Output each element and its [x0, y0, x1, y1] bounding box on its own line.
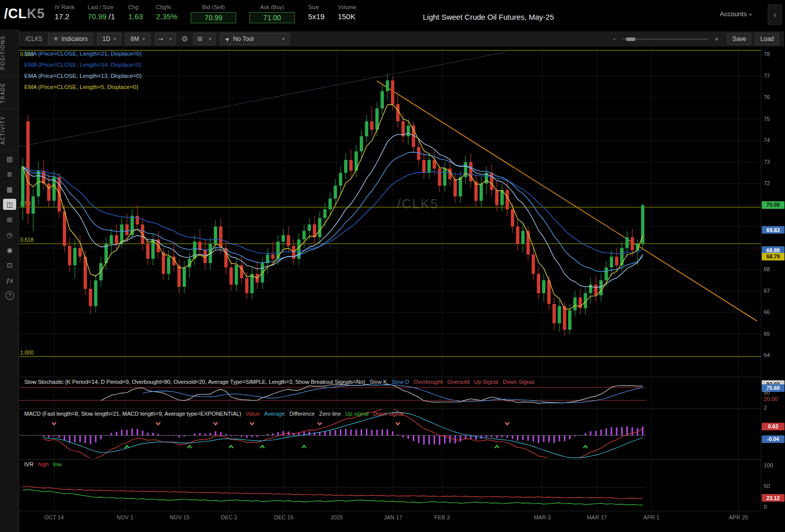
chevron-down-icon: ▾ — [749, 12, 752, 17]
fx-icon[interactable]: ƒx — [0, 273, 19, 288]
ema-label-13[interactable]: EMA (Price=CLOSE, Length=13, Displace=0) — [24, 73, 142, 79]
left-sidebar: POSITIONSTRADEACTIVITY ▤≣▦◫⊞◷◉⊡ƒx? — [0, 29, 19, 532]
time-tick: MAR 17 — [577, 514, 617, 520]
zoom-slider[interactable] — [622, 38, 708, 40]
calendar-icon[interactable]: ▦ — [0, 182, 19, 197]
price-tick: 72 — [764, 180, 770, 186]
clock-icon[interactable]: ◷ — [0, 227, 19, 242]
sidebar-tab-activity[interactable]: ACTIVITY — [0, 110, 19, 151]
chevron-down-icon: ▾ — [282, 36, 285, 41]
instrument-name: Light Sweet Crude Oil Futures, May-25 — [423, 13, 554, 21]
panel-axis-label: 0.62 — [762, 423, 784, 430]
legend-item: low — [53, 461, 62, 467]
legend-item: Slow K — [370, 379, 387, 385]
save-button[interactable]: Save — [727, 33, 751, 45]
ivr-label[interactable]: IVRhighlow — [24, 461, 66, 467]
time-tick: APR 1 — [631, 514, 672, 520]
legend-item: Zero line — [319, 411, 341, 417]
legend-item: IVR — [24, 461, 33, 467]
price-tick: 78 — [764, 51, 770, 57]
time-tick: OCT 14 — [34, 514, 74, 520]
price-badge: 69.83 — [762, 226, 784, 234]
legend-item: Average — [264, 411, 285, 417]
panel-axis-label: 20.00 — [764, 396, 778, 402]
chevron-down-icon: ▾ — [114, 36, 116, 41]
legend-item: Slow D — [391, 379, 409, 385]
sidebar-tab-trade[interactable]: TRADE — [0, 76, 19, 110]
macd-panel[interactable]: MACD (Fast length=8, Slow length=21, MAC… — [19, 409, 761, 458]
price-tick: 73 — [764, 159, 770, 165]
accounts-menu[interactable]: Accounts▾ — [720, 10, 752, 18]
cursor-icon: ➤ — [224, 35, 231, 43]
collapse-panel-button[interactable]: ‹ — [768, 5, 782, 25]
price-tick: 74 — [764, 137, 770, 143]
trading-platform-window: /CLK5 IV Rank17.2Last / Size70.99 /1Chg1… — [0, 0, 785, 532]
symbol-title: /CLK5 — [4, 6, 45, 22]
range-dropdown[interactable]: 6M▾ — [125, 33, 150, 45]
legend-item: Overbought — [414, 379, 443, 385]
chevron-down-icon: ▾ — [169, 36, 172, 41]
panel-axis-label: 100 — [764, 462, 773, 468]
price-badge: 70.99 — [762, 201, 784, 209]
legend-item: Down Signal — [503, 379, 534, 385]
quote-field-last-size: Last / Size70.99 /1 — [88, 4, 115, 21]
quote-field-chg-: Chg%2.35% — [156, 4, 178, 21]
drawing-tool-dropdown[interactable]: ➤No Tool▾ — [220, 33, 290, 45]
chart-toolbar: /CLK5 ✳Indicators 1D▾ 6M▾ ▫▪▾ ⚙ ⊞▾ ➤No T… — [19, 31, 784, 47]
indicators-button[interactable]: ✳Indicators — [48, 33, 93, 45]
gear-icon[interactable]: ⚙ — [182, 34, 188, 43]
legend-item: Difference — [289, 411, 315, 417]
fib-level-label: 1.000 — [20, 349, 33, 356]
ema-label-5[interactable]: EMA (Price=CLOSE, Length=5, Displace=0) — [24, 84, 138, 90]
time-tick: MAR 3 — [522, 514, 562, 520]
notes-icon[interactable]: ▤ — [0, 151, 19, 166]
price-axis[interactable]: 78777675747372686766656470.9969.8368.896… — [761, 47, 785, 511]
zoom-out-button[interactable]: - — [610, 35, 618, 43]
chart-icon[interactable]: ◫ — [3, 199, 16, 210]
list-icon[interactable]: ≣ — [0, 166, 19, 182]
ema-label-21[interactable]: EMA (Price=CLOSE, Length=21, Displace=0) — [24, 51, 142, 57]
indicators-icon: ✳ — [53, 35, 58, 42]
macd-label[interactable]: MACD (Fast length=8, Slow length=21, MAC… — [24, 411, 408, 417]
legend-item: MACD (Fast length=8, Slow length=21, MAC… — [24, 411, 241, 417]
ivr-panel[interactable]: IVRhighlow — [19, 459, 761, 510]
time-tick: DEC 16 — [264, 514, 304, 520]
grid-layout-icon: ⊞ — [197, 35, 202, 42]
ema-label-34[interactable]: EMA (Price=CLOSE, Length=34, Displace=0) — [24, 62, 142, 68]
chart-layout-dropdown[interactable]: ⊞▾ — [193, 33, 215, 45]
time-axis[interactable]: OCT 14NOV 1NOV 15DEC 2DEC 162025JAN 17FE… — [19, 511, 761, 524]
price-tick: 77 — [764, 73, 770, 79]
time-tick: NOV 1 — [105, 514, 145, 520]
zoom-slider-handle[interactable] — [626, 37, 635, 41]
quote-fields: IV Rank17.2Last / Size70.99 /1Chg1.63Chg… — [55, 4, 369, 23]
help-icon[interactable]: ? — [0, 288, 19, 303]
price-chart[interactable]: /CLK50.0000.500.6181.000 — [19, 47, 761, 375]
price-tick: 67 — [764, 288, 770, 294]
quote-value[interactable]: 70.99 — [191, 12, 236, 23]
timeframe-dropdown[interactable]: 1D▾ — [97, 33, 121, 45]
people-icon[interactable]: ◉ — [0, 242, 19, 257]
stochastic-label[interactable]: Slow Stochastic (K Period=14, D Period=9… — [24, 379, 539, 385]
price-badge: 68.79 — [762, 253, 784, 260]
grid-icon[interactable]: ⊞ — [0, 212, 19, 227]
time-tick: APR 20 — [718, 514, 759, 520]
zoom-in-button[interactable]: + — [712, 35, 721, 43]
load-button[interactable]: Load — [755, 33, 779, 45]
quote-field-ask-buy-: Ask (Buy)71.00 — [249, 4, 295, 23]
chart-type-dropdown[interactable]: ▫▪▾ — [155, 33, 176, 45]
legend-item: Slow Stochastic (K Period=14, D Period=9… — [24, 379, 365, 385]
stochastic-panel[interactable]: Slow Stochastic (K Period=14, D Period=9… — [19, 377, 761, 407]
sidebar-tab-positions[interactable]: POSITIONS — [0, 29, 19, 76]
candlestick-chart-icon: ▫▪ — [159, 35, 163, 42]
time-tick: FEB 3 — [422, 514, 462, 520]
box-icon[interactable]: ⊡ — [0, 257, 19, 273]
quote-field-chg: Chg1.63 — [128, 4, 143, 21]
time-tick: 2025 — [317, 514, 357, 520]
price-tick: 65 — [764, 331, 770, 337]
quote-header: /CLK5 IV Rank17.2Last / Size70.99 /1Chg1… — [0, 0, 785, 29]
quote-value[interactable]: 71.00 — [249, 12, 295, 23]
time-tick: NOV 15 — [159, 514, 200, 520]
panel-axis-label: 50 — [764, 389, 770, 395]
fib-level-label: 0.618 — [20, 237, 33, 243]
price-tick: 76 — [764, 94, 770, 100]
